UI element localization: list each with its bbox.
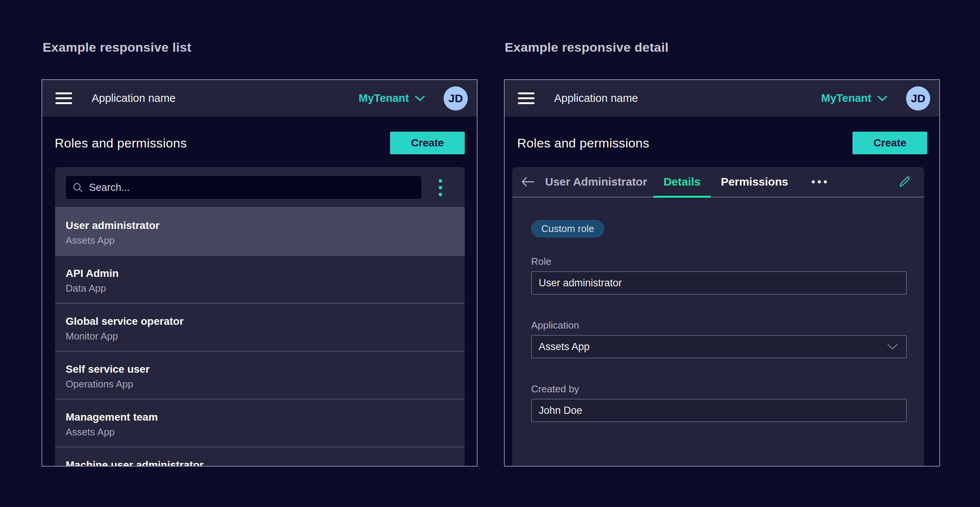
search-input[interactable] (89, 182, 415, 194)
role-name: Global service operator (66, 315, 454, 327)
detail-screen-body: Roles and permissions Create User Admini… (505, 116, 939, 466)
role-app: Assets App (66, 426, 454, 438)
detail-screen-card: Application name MyTenant JD Roles and p… (504, 79, 940, 467)
role-name: Self service user (66, 363, 454, 375)
create-button[interactable]: Create (853, 132, 927, 154)
tab-details[interactable]: Details (653, 167, 711, 197)
chevron-down-icon (415, 95, 425, 102)
more-menu-icon[interactable] (810, 176, 828, 187)
avatar[interactable]: JD (444, 86, 468, 111)
detail-tab-bar: User Administrator Details Permissions (512, 167, 924, 198)
detail-title: User Administrator (545, 175, 647, 188)
tenant-name: MyTenant (821, 92, 871, 105)
create-button[interactable]: Create (390, 132, 465, 154)
back-button[interactable] (521, 176, 535, 187)
role-detail-panel: User Administrator Details Permissions C… (512, 167, 924, 466)
pencil-icon (898, 175, 912, 189)
application-field-label: Application (531, 319, 907, 331)
app-header: Application name MyTenant JD (42, 80, 477, 116)
role-name: Machine user administrator (66, 459, 454, 467)
search-icon (72, 182, 83, 193)
list-screen-body: Roles and permissions Create User admini… (42, 116, 477, 466)
tenant-switcher[interactable]: MyTenant (359, 92, 425, 105)
application-field: Application Assets App (531, 319, 907, 358)
chevron-down-icon (887, 344, 898, 350)
avatar[interactable]: JD (906, 86, 930, 111)
menu-icon[interactable] (518, 92, 535, 104)
page-title: Roles and permissions (517, 136, 649, 151)
page-title: Roles and permissions (55, 136, 187, 151)
arrow-left-icon (521, 176, 535, 187)
role-list-item[interactable]: API Admin Data App (55, 255, 465, 303)
custom-role-badge: Custom role (531, 220, 604, 238)
list-screen-card: Application name MyTenant JD Roles and p… (41, 79, 477, 467)
created-by-field-label: Created by (531, 383, 907, 394)
app-title: Application name (554, 92, 638, 105)
role-field: Role (531, 256, 907, 295)
role-name: User administrator (66, 219, 454, 231)
role-name: Management team (66, 411, 454, 423)
section-title-detail: Example responsive detail (505, 40, 669, 55)
detail-form: Custom role Role Application Assets App … (512, 198, 924, 447)
created-by-field: Created by (531, 383, 907, 422)
role-list-item[interactable]: Machine user administrator (55, 447, 465, 467)
role-app: Monitor App (66, 331, 454, 342)
tab-permissions[interactable]: Permissions (711, 167, 798, 197)
app-header: Application name MyTenant JD (505, 80, 939, 116)
application-select-value: Assets App (539, 341, 590, 353)
menu-icon[interactable] (56, 92, 72, 104)
tenant-name: MyTenant (359, 92, 409, 105)
role-list-item[interactable]: Self service user Operations App (55, 351, 465, 399)
role-list-item[interactable]: Global service operator Monitor App (55, 303, 465, 351)
list-overflow-menu-icon[interactable] (439, 179, 442, 196)
chevron-down-icon (877, 95, 887, 102)
role-app: Assets App (66, 235, 454, 246)
role-app: Data App (66, 283, 454, 294)
application-select[interactable]: Assets App (531, 335, 907, 358)
role-app: Operations App (66, 378, 454, 390)
roles-list-panel: User administrator Assets App API Admin … (55, 167, 465, 467)
section-title-list: Example responsive list (43, 40, 191, 55)
edit-button[interactable] (898, 175, 912, 189)
role-field-label: Role (531, 256, 907, 267)
created-by-input[interactable] (531, 399, 907, 422)
roles-list: User administrator Assets App API Admin … (55, 207, 465, 467)
search-input-wrapper (65, 175, 422, 200)
role-list-item[interactable]: User administrator Assets App (55, 207, 465, 255)
role-name: API Admin (66, 267, 454, 279)
app-title: Application name (92, 92, 175, 105)
role-list-item[interactable]: Management team Assets App (55, 399, 465, 447)
tenant-switcher[interactable]: MyTenant (821, 92, 887, 105)
role-input[interactable] (531, 271, 907, 295)
